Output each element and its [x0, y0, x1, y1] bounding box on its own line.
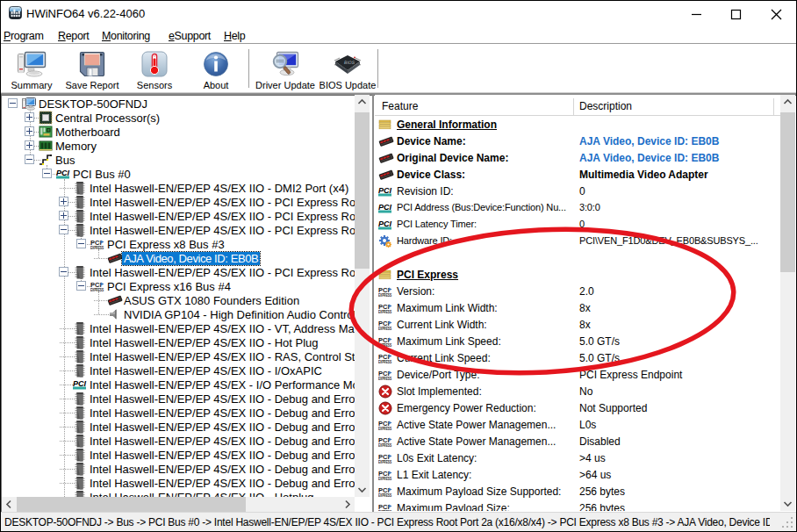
svg-text:EXPRESS: EXPRESS [378, 460, 391, 464]
svg-text:EXPRESS: EXPRESS [378, 343, 391, 348]
svg-text:EXPRESS: EXPRESS [90, 288, 104, 292]
svg-text:EXPRESS: EXPRESS [378, 360, 391, 364]
svg-text:BIOS: BIOS [344, 60, 356, 65]
svg-text:EXPRESS: EXPRESS [378, 493, 391, 498]
svg-text:EXPRESS: EXPRESS [378, 477, 391, 481]
svg-text:EXPRESS: EXPRESS [378, 377, 391, 381]
svg-text:EXPRESS: EXPRESS [378, 427, 391, 431]
svg-text:EXPRESS: EXPRESS [378, 310, 391, 314]
svg-text:EXPRESS: EXPRESS [90, 246, 104, 250]
svg-text:EXPRESS: EXPRESS [378, 293, 391, 298]
svg-text:EXPRESS: EXPRESS [378, 443, 391, 448]
svg-text:EXPRESS: EXPRESS [378, 510, 391, 512]
svg-text:EXPRESS: EXPRESS [378, 327, 391, 331]
